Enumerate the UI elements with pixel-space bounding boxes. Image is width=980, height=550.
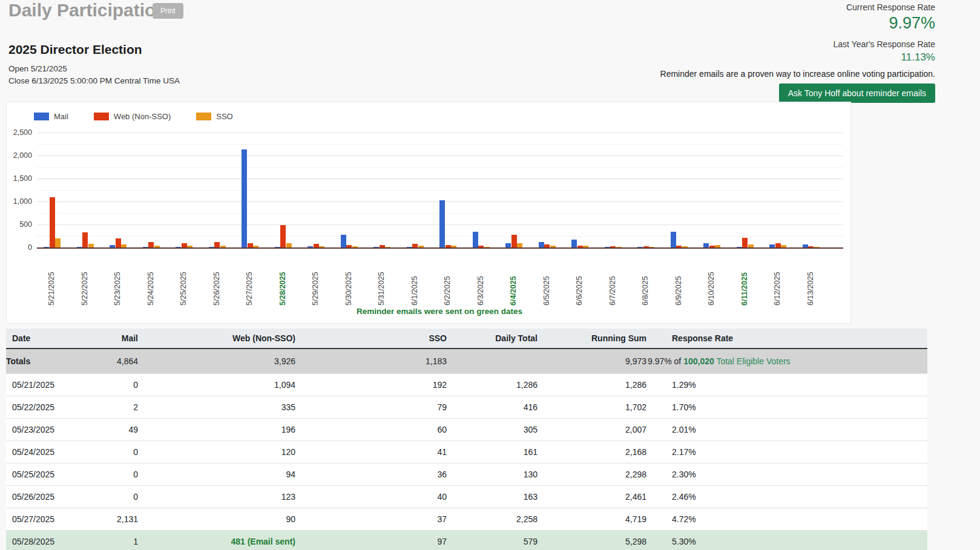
- daily-total-cell: 416: [448, 396, 539, 419]
- legend-item-web-non-sso: Web (Non-SSO): [94, 112, 171, 121]
- totals-value-cell: [448, 349, 539, 374]
- chart-bar-web-non-sso-6/4/2025[interactable]: [511, 235, 517, 247]
- chart-bar-web-non-sso-5/25/2025[interactable]: [182, 243, 187, 247]
- chart-bar-mail-6/9/2025[interactable]: [671, 232, 676, 247]
- sso-cell: 192: [297, 374, 448, 396]
- daily-total-cell: 2,258: [448, 508, 539, 531]
- running-sum-cell: 1,702: [539, 396, 648, 419]
- chart-bar-sso-5/21/2025[interactable]: [55, 238, 61, 247]
- table-row-05/28/2025: 05/28/20251481 (Email sent)975795,2985.3…: [6, 531, 927, 550]
- chart-bar-mail-5/30/2025[interactable]: [341, 235, 346, 247]
- web-cell: 94: [139, 463, 297, 486]
- chart-bar-sso-5/28/2025[interactable]: [286, 243, 292, 247]
- chart-bar-mail-6/6/2025[interactable]: [571, 240, 577, 247]
- mail-cell: 2,131: [79, 508, 139, 531]
- y-axis-tick-label: 0: [7, 243, 32, 252]
- legend-label: Mail: [54, 112, 68, 121]
- daily-total-cell: 161: [448, 441, 539, 463]
- web-cell: 123: [139, 486, 297, 508]
- date-cell: 05/25/2025: [6, 463, 79, 486]
- legend-label: Web (Non-SSO): [114, 112, 171, 121]
- chart-bar-web-non-sso-5/28/2025[interactable]: [280, 225, 286, 247]
- total-eligible-voters-count: 100,020: [683, 356, 714, 366]
- totals-label-cell: Totals: [6, 349, 79, 374]
- chart-bar-mail-6/10/2025[interactable]: [703, 243, 709, 247]
- chart-bar-mail-6/2/2025[interactable]: [439, 200, 445, 247]
- sso-cell: 41: [297, 441, 448, 463]
- chart-legend: MailWeb (Non-SSO)SSO: [34, 112, 233, 121]
- chart-bar-mail-6/5/2025[interactable]: [539, 242, 544, 247]
- x-axis-label-5/24/2025: 5/24/2025: [146, 252, 156, 306]
- table-header-row: DateMailWeb (Non-SSO)SSODaily TotalRunni…: [6, 329, 927, 349]
- date-cell: 05/26/2025: [6, 486, 79, 508]
- column-header-date: Date: [6, 329, 79, 349]
- table-row-05/21/2025: 05/21/202501,0941921,2861,2861.29%: [6, 374, 927, 396]
- column-header-sso: SSO: [297, 329, 448, 349]
- totals-value-cell: 4,864: [79, 349, 139, 374]
- daily-total-cell: 163: [448, 486, 539, 508]
- daily-total-cell: 305: [448, 419, 539, 441]
- print-button[interactable]: Print: [153, 3, 183, 19]
- response-rate-panel: Current Response Rate 9.97% Last Year's …: [660, 2, 935, 103]
- chart-bar-web-non-sso-5/21/2025[interactable]: [50, 197, 55, 247]
- daily-total-cell: 130: [448, 463, 539, 486]
- x-axis-label-5/22/2025: 5/22/2025: [81, 252, 90, 306]
- chart-bar-web-non-sso-5/26/2025[interactable]: [214, 242, 220, 247]
- chart-bar-web-non-sso-5/24/2025[interactable]: [148, 242, 154, 247]
- chart-bar-web-non-sso-6/12/2025[interactable]: [775, 243, 781, 247]
- chart-bar-sso-6/4/2025[interactable]: [517, 243, 522, 247]
- running-sum-cell: 5,298: [539, 531, 648, 550]
- x-axis-label-5/29/2025: 5/29/2025: [311, 252, 321, 306]
- table-row-05/24/2025: 05/24/20250120411612,1682.17%: [6, 441, 927, 463]
- web-cell: 335: [139, 396, 297, 419]
- table-row-05/26/2025: 05/26/20250123401632,4612.46%: [6, 486, 927, 508]
- response-rate-cell: 1.70%: [648, 396, 927, 419]
- x-axis-label-6/5/2025: 6/5/2025: [542, 252, 552, 306]
- chart-bar-mail-6/4/2025[interactable]: [505, 243, 511, 247]
- chart-bar-mail-6/3/2025[interactable]: [473, 232, 478, 247]
- legend-item-sso: SSO: [196, 112, 232, 121]
- date-cell: 05/23/2025: [6, 419, 79, 441]
- x-axis-label-6/9/2025: 6/9/2025: [674, 252, 684, 306]
- y-axis-tick-label: 1,000: [7, 197, 32, 206]
- ask-reminder-emails-button[interactable]: Ask Tony Hoff about reminder emails: [779, 83, 935, 103]
- x-axis-label-6/13/2025: 6/13/2025: [806, 252, 816, 306]
- current-response-rate-value: 9.97%: [889, 14, 935, 33]
- sso-cell: 40: [297, 486, 448, 508]
- x-axis-label-5/27/2025: 5/27/2025: [245, 252, 255, 306]
- web-cell: 196: [139, 419, 297, 441]
- table-row-05/27/2025: 05/27/20252,13190372,2584,7194.72%: [6, 508, 927, 531]
- chart-gridline: [37, 167, 843, 168]
- y-axis-tick-label: 500: [7, 220, 32, 229]
- x-axis-label-6/4/2025: 6/4/2025: [509, 252, 519, 306]
- web-cell: 1,094: [139, 374, 297, 396]
- x-axis-label-6/7/2025: 6/7/2025: [608, 252, 618, 306]
- chart-bar-web-non-sso-6/11/2025[interactable]: [742, 238, 748, 247]
- chart-bar-mail-5/27/2025[interactable]: [242, 149, 247, 247]
- election-open-date: Open 5/21/2025: [8, 64, 67, 73]
- total-eligible-voters-label: Total Eligible Voters: [714, 356, 791, 366]
- chart-bar-web-non-sso-5/23/2025[interactable]: [116, 238, 121, 247]
- chart-gridline: [37, 178, 843, 179]
- legend-swatch: [94, 113, 109, 120]
- chart-bar-web-non-sso-5/27/2025[interactable]: [248, 243, 253, 247]
- totals-value-cell: 3,926: [139, 349, 297, 374]
- chart-gridline: [37, 133, 843, 133]
- legend-swatch: [34, 113, 49, 120]
- running-sum-cell: 2,298: [539, 463, 648, 486]
- mail-cell: 49: [79, 419, 139, 441]
- x-axis-label-5/31/2025: 5/31/2025: [377, 252, 387, 306]
- mail-cell: 2: [79, 396, 139, 419]
- web-cell: 481 (Email sent): [139, 531, 297, 550]
- x-axis-label-6/8/2025: 6/8/2025: [641, 252, 651, 306]
- legend-item-mail: Mail: [34, 112, 68, 121]
- table-row-05/23/2025: 05/23/202549196603052,0072.01%: [6, 419, 927, 441]
- column-header-daily-total: Daily Total: [448, 329, 539, 349]
- table-row-totals: Totals4,8643,9261,1839,9739.97% of 100,0…: [6, 349, 927, 374]
- chart-bar-web-non-sso-5/22/2025[interactable]: [82, 232, 88, 247]
- response-rate-cell: 2.17%: [648, 441, 927, 463]
- x-axis-label-6/11/2025: 6/11/2025: [740, 252, 750, 306]
- date-cell: 05/28/2025: [6, 531, 79, 550]
- x-axis-label-5/23/2025: 5/23/2025: [113, 252, 123, 306]
- x-axis-label-5/26/2025: 5/26/2025: [212, 252, 222, 306]
